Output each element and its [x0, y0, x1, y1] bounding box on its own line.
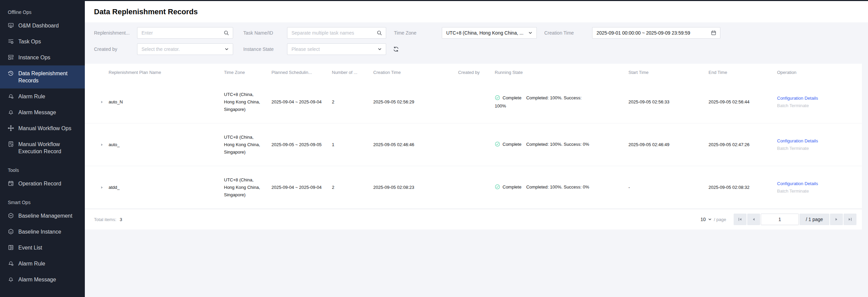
column-header-created-by: Created by	[458, 70, 495, 75]
first-page-button[interactable]	[734, 214, 747, 225]
sidebar-item-alarm-message-smart[interactable]: Alarm Message	[0, 272, 85, 288]
sidebar-item-alarm-rule[interactable]: Alarm Rule	[0, 88, 85, 104]
table-row: auto_ UTC+8 (China, Hong Kong China, Sin…	[85, 123, 862, 166]
instance-list-icon	[8, 54, 14, 60]
sidebar-item-label: Alarm Message	[18, 276, 56, 283]
sidebar-item-baseline-instance[interactable]: Baseline Instance	[0, 224, 85, 240]
sidebar-item-instance-ops[interactable]: Instance Ops	[0, 50, 85, 65]
sidebar-item-label: Data Replenishment Records	[18, 70, 82, 84]
cell-end-time: 2025-09-05 02:56:44	[709, 98, 777, 106]
column-header-operation: Operation	[777, 70, 862, 75]
title-bar: Data Replenishment Records	[85, 1, 868, 22]
timezone-filter-label: Time Zone	[394, 30, 442, 36]
configuration-details-link[interactable]: Configuration Details	[777, 138, 856, 143]
batch-terminate-link[interactable]: Batch Terminate	[777, 103, 856, 108]
cell-end-time: 2025-09-05 02:47:26	[709, 141, 777, 148]
page-title: Data Replenishment Records	[94, 7, 198, 16]
instance-state-filter-label: Instance State	[243, 46, 287, 52]
running-state-label: Complete	[503, 142, 522, 147]
running-state-detail: Completed: 100%. Success: 0%	[526, 142, 589, 147]
creation-time-filter-label: Creation Time	[544, 30, 592, 36]
row-expand-toggle[interactable]	[85, 185, 109, 190]
sidebar-item-manual-workflow-ops[interactable]: Manual Workflow Ops	[0, 120, 85, 136]
sidebar-item-label: Alarm Rule	[18, 260, 45, 267]
creation-time-range-input[interactable]: 2025-09-01 00:00:00 ~ 2025-09-09 23:59:5…	[592, 27, 720, 39]
created-by-select[interactable]	[137, 43, 233, 55]
section-title-smart-ops: Smart Ops	[0, 200, 85, 205]
cell-number: 1	[332, 141, 373, 148]
cell-operation: Configuration Details Batch Terminate	[777, 96, 862, 108]
search-icon[interactable]	[377, 30, 382, 36]
table-row: atdd_ UTC+8 (China, Hong Kong China, Sin…	[85, 166, 862, 209]
created-by-input[interactable]	[137, 44, 233, 55]
column-header-start-time: Start Time	[628, 70, 709, 75]
app-window: Offline Ops O&M Dashboard Task Ops Insta…	[0, 0, 868, 297]
sidebar-item-alarm-message[interactable]: Alarm Message	[0, 104, 85, 120]
plan-name-input[interactable]	[137, 27, 233, 38]
previous-page-button[interactable]	[747, 214, 760, 225]
row-expand-toggle[interactable]	[85, 143, 109, 147]
column-header-plan-name: Replenishment Plan Name	[109, 70, 224, 75]
cell-plan-name: auto_	[109, 141, 224, 148]
sidebar-item-alarm-rule-smart[interactable]: Alarm Rule	[0, 256, 85, 272]
pagination: 1 / 1 page	[734, 214, 856, 225]
refresh-button[interactable]	[390, 43, 402, 55]
sidebar-item-operation-record[interactable]: Operation Record	[0, 176, 85, 192]
page-size-select[interactable]: 10 / page	[700, 217, 726, 222]
sidebar-item-om-dashboard[interactable]: O&M Dashboard	[0, 18, 85, 34]
running-state-detail: Completed: 100%. Success: 0%	[526, 184, 589, 190]
batch-terminate-link[interactable]: Batch Terminate	[777, 146, 856, 151]
column-header-time-zone: Time Zone	[224, 70, 271, 75]
sidebar: Offline Ops O&M Dashboard Task Ops Insta…	[0, 0, 85, 297]
timezone-select[interactable]: UTC+8 (China, Hong Kong China, ...	[442, 27, 537, 39]
creation-time-range-value: 2025-09-01 00:00:00 ~ 2025-09-09 23:59:5…	[592, 30, 702, 36]
column-header-planned-scheduling: Planned Schedulin...	[271, 70, 332, 75]
previous-page-icon	[752, 217, 756, 221]
calendar-icon[interactable]	[711, 30, 716, 36]
sidebar-item-data-replenishment-records[interactable]: Data Replenishment Records	[0, 65, 85, 88]
task-name-input[interactable]	[287, 27, 386, 38]
batch-terminate-link[interactable]: Batch Terminate	[777, 189, 856, 194]
search-icon[interactable]	[224, 30, 229, 36]
sidebar-item-manual-workflow-execution-record[interactable]: Manual Workflow Execution Record	[0, 136, 85, 159]
sidebar-item-label: Instance Ops	[18, 54, 50, 61]
last-page-icon	[848, 217, 852, 221]
task-list-gear-icon	[8, 38, 14, 44]
row-expand-toggle[interactable]	[85, 100, 109, 104]
chevron-down-icon	[224, 47, 229, 52]
sidebar-item-label: Baseline Management	[18, 212, 72, 219]
check-circle-icon	[495, 184, 500, 192]
cell-running-state: CompleteCompleted: 100%. Success: 100%	[495, 94, 628, 110]
table-footer: Total items:3 10 / page 1 / 1 page	[85, 209, 862, 230]
sidebar-item-label: Alarm Rule	[18, 93, 45, 100]
sidebar-item-label: Event List	[18, 244, 42, 251]
sidebar-item-task-ops[interactable]: Task Ops	[0, 34, 85, 50]
section-title-offline-ops: Offline Ops	[0, 9, 85, 15]
configuration-details-link[interactable]: Configuration Details	[777, 181, 856, 186]
sidebar-item-event-list[interactable]: Event List	[0, 240, 85, 256]
section-title-tools: Tools	[0, 167, 85, 173]
page-count-label: / 1 page	[799, 214, 829, 225]
instance-state-input[interactable]	[287, 44, 386, 55]
sidebar-item-label: Baseline Instance	[18, 228, 61, 235]
table-row: auto_N UTC+8 (China, Hong Kong China, Si…	[85, 81, 862, 123]
plan-name-filter	[137, 27, 233, 39]
cell-creation-time: 2025-09-05 02:08:23	[373, 184, 458, 191]
filter-row-2: Created by Instance State	[94, 43, 862, 55]
history-clock-icon	[8, 70, 14, 76]
next-page-button[interactable]	[830, 214, 843, 225]
cell-running-state: CompleteCompleted: 100%. Success: 0%	[495, 141, 628, 149]
cell-operation: Configuration Details Batch Terminate	[777, 181, 862, 194]
last-page-button[interactable]	[844, 214, 856, 225]
cell-creation-time: 2025-09-05 02:56:29	[373, 98, 458, 106]
sidebar-item-baseline-management[interactable]: Baseline Management	[0, 208, 85, 224]
cell-time-zone: UTC+8 (China, Hong Kong China, Singapore…	[224, 91, 271, 113]
column-header-number: Number of ...	[332, 70, 373, 75]
cell-start-time: 2025-09-05 02:56:33	[628, 98, 709, 106]
instance-state-select[interactable]	[287, 43, 386, 55]
configuration-details-link[interactable]: Configuration Details	[777, 96, 856, 101]
filter-panel: Replenishment... Task Name/ID Time Zone	[85, 22, 862, 64]
cell-number: 2	[332, 184, 373, 191]
current-page-input[interactable]: 1	[761, 214, 799, 225]
main-area: Data Replenishment Records Replenishment…	[85, 0, 868, 297]
